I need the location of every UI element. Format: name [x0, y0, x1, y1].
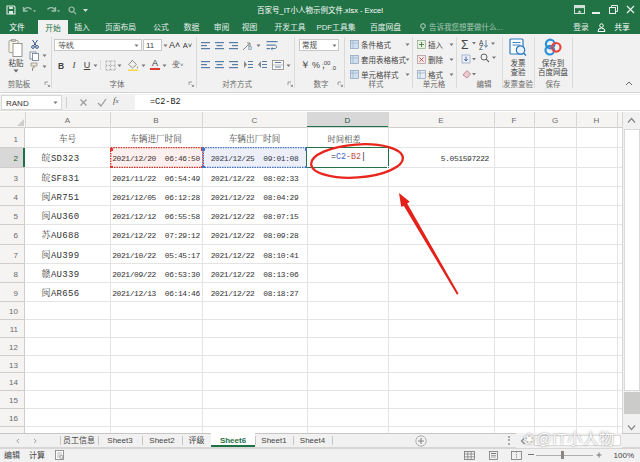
svg-text:Σ: Σ [461, 38, 468, 50]
svg-text:%: % [312, 58, 320, 71]
svg-text:￥: ￥ [300, 58, 310, 71]
svg-text:Z: Z [479, 42, 483, 50]
svg-text:.0: .0 [331, 63, 337, 71]
svg-text:b: b [248, 42, 252, 51]
svg-text:.00: .00 [322, 59, 331, 67]
